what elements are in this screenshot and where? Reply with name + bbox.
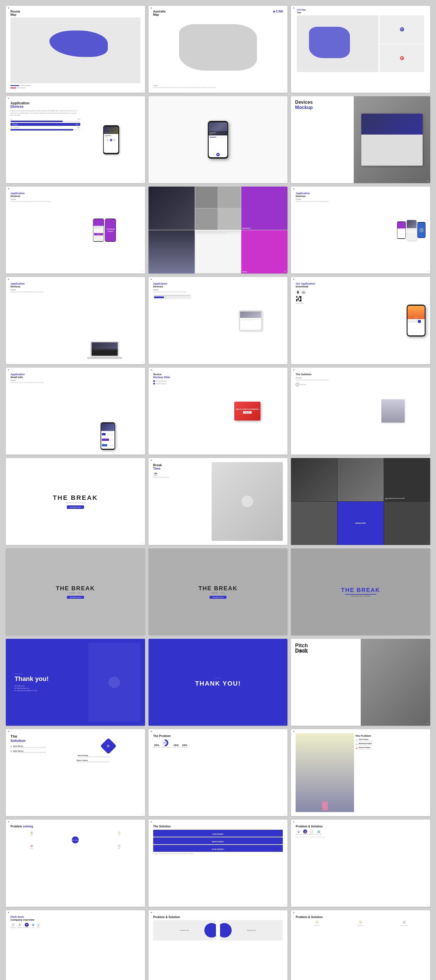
- slide-number: 06: [427, 180, 428, 182]
- break-time-slide: Break Time ☕ A peep at some distant orb …: [148, 458, 288, 545]
- conference-slide: Nuvola Marketing Conference 2018 Milano …: [291, 458, 430, 545]
- russia-map-slide: Russia Map Woman Diagram Man Diagram 01: [6, 6, 145, 93]
- pitch-deck-company-slide: Pitch Deck Company overview 📋Background …: [6, 910, 145, 980]
- the-problem-2-slide: The Problem ⚡Jobs ProblemA peep at some …: [291, 729, 430, 816]
- thank-you-black-slide: nuvadoro THANK YOU! 23: [148, 639, 288, 726]
- slide-number: 15: [427, 452, 428, 453]
- slide-number: 08: [284, 270, 286, 272]
- slide-number: 01: [142, 90, 143, 92]
- app-devices-3phones-slide: Application Devices Subtitle A peep at s…: [291, 186, 430, 274]
- app-title2: Devices: [11, 105, 80, 108]
- pitch-deck-slide: Pitch Deck 24: [291, 639, 430, 726]
- aus-body: A peep at some distant orb has power to …: [153, 87, 283, 89]
- the-break-1-slide: THE BREAK INNOVATION FORUM Innovation Fo…: [6, 458, 145, 545]
- app-devices-slide: Application Devices A peep at some dista…: [6, 96, 145, 183]
- thank-you-blue-slide: nuvadoro Thank you! info@email.it hello@…: [6, 639, 145, 726]
- slide-title: Russia: [11, 10, 140, 13]
- slide-number: 16: [142, 542, 143, 544]
- devices-mockup-slide: Devices Mockup 06: [291, 96, 430, 183]
- problem-solution-2-slide: Problem & Solution Problem Two → Problem…: [148, 910, 288, 980]
- break-title-bg2: THE BREAK: [199, 585, 238, 592]
- slide-number: 26: [284, 813, 286, 815]
- slide-number: 27: [427, 813, 428, 815]
- the-solution-large-slide: The Solution A Save MoneyA peep at some …: [6, 729, 145, 816]
- slide-number: 12: [427, 361, 428, 363]
- ad3-title1: Application: [296, 192, 347, 195]
- track-subtitle: Subtitle: [210, 134, 226, 135]
- label2: Man Diagram: [17, 87, 25, 89]
- ty-website: hello@website.com: [17, 687, 29, 689]
- pitch-title2: Deck: [295, 648, 308, 653]
- slide-number: 29: [284, 904, 286, 905]
- slide-number: 02: [284, 90, 286, 92]
- the-problem-1-slide: The Problem 20% Jobs Problem 50% Marketi…: [148, 729, 288, 816]
- slide-number: 13: [142, 452, 143, 453]
- slide-number: 04: [142, 180, 143, 182]
- break-title-bg3: THE BREAK: [341, 587, 380, 593]
- our-app-download-slide: Our Application Download 📱 🤖 Download Ap…: [291, 277, 430, 364]
- ad2-title1: Application: [11, 192, 67, 195]
- slide-number: 18: [427, 542, 428, 544]
- device-mockup-slide: Device Mockup Slide Accomplishments Awar…: [148, 368, 288, 455]
- the-break-bg1-slide: THE BREAK FORUM · 2019 Innovation Forum …: [6, 549, 145, 635]
- slide-title2: Map: [11, 13, 140, 16]
- the-solution-3-slide: The Solution SAVE MONEY MAKE MONEY SAVE …: [148, 819, 288, 907]
- app-devices-tablet-slide: Application Devices Subtitle A peep at s…: [148, 277, 288, 364]
- slide-number: 30: [427, 904, 428, 905]
- usa-title: USA Map: [297, 9, 424, 11]
- usa-subtitle: Title: [297, 12, 424, 14]
- slide-number: 10: [142, 361, 143, 363]
- slide-number: 03: [427, 90, 428, 92]
- ty-url: http://sitename.website.it / 2019: [17, 690, 37, 691]
- ty-email: info@email.it: [17, 685, 25, 687]
- slide-number: 22: [142, 723, 143, 724]
- app-body: A peep at some distant orb has power to …: [11, 110, 80, 116]
- aus-subtitle: Subtitle: [153, 84, 283, 86]
- usa-map-slide: USA Map Title: [291, 6, 430, 93]
- tub-label: nuvadoro: [215, 677, 222, 679]
- the-solution-1-slide: The Solution Title One A peep at some di…: [291, 368, 430, 455]
- aus-title1: Australia: [153, 10, 165, 13]
- slide-number: 28: [142, 904, 143, 905]
- slide-number: 17: [284, 542, 286, 544]
- ad3-title2: Devices: [296, 195, 347, 197]
- devices-title2: Mockup: [295, 105, 353, 110]
- slide-number: 24: [427, 723, 428, 724]
- ad2-subtitle: Subtitle: [11, 199, 67, 200]
- australia-map-slide: Australia Map 3.300 Subtitle A peep at s…: [148, 6, 288, 93]
- slide-number: 11: [284, 361, 286, 363]
- break-title: THE BREAK: [53, 494, 98, 502]
- app-devices-laptop-slide: Application Devices Subtitle A peep at s…: [6, 277, 145, 364]
- app-detail-info-slide: Application detail info Subtitle A peep …: [6, 368, 145, 455]
- track-name-slide: Track Name Subtitle: [148, 96, 288, 183]
- break-title-bg1: THE BREAK: [56, 585, 95, 592]
- slides-grid: Russia Map Woman Diagram Man Diagram 01: [6, 6, 430, 980]
- slide-number: 09: [427, 270, 428, 272]
- slide-number: 07: [142, 270, 143, 272]
- the-break-bg2-slide: THE BREAK FORUM · 2019 Innovation Forum …: [148, 549, 288, 635]
- slide-number: 14: [284, 452, 286, 453]
- pitch-title1: Pitch: [295, 643, 308, 648]
- devices-title1: Devices: [295, 100, 353, 105]
- problem-solution-1-slide: Problem & Solution ☁Save Energy 💰Save Mo…: [291, 819, 430, 907]
- problem-solution-3-slide: Problem & Solution ⭐ Starter One 🌟 Start…: [291, 910, 430, 980]
- aus-title2: Map: [153, 13, 165, 16]
- ad2-body: A peep at some distant orb has power to …: [11, 201, 67, 202]
- problem-solving-slide: Problem solving My Product 💰Save ⚡Plan 🎯…: [6, 819, 145, 907]
- thank-you-big: THANK YOU!: [195, 680, 241, 687]
- the-break-bg3-slide: THE BREAK INNOVATION FORUM 21: [291, 549, 430, 635]
- app-devices-phone-slide: Application Devices Subtitle A peep at s…: [6, 186, 145, 274]
- aus-number: 3.300: [275, 10, 283, 13]
- app-screens-grid-slide: App Screen Events 08: [148, 186, 288, 274]
- label1: Woman Diagram: [20, 84, 31, 86]
- slide-number: 23: [284, 723, 286, 724]
- slide-number: 25: [142, 813, 143, 815]
- ad2-title2: Devices: [11, 195, 67, 197]
- slide-number: 05: [284, 180, 286, 182]
